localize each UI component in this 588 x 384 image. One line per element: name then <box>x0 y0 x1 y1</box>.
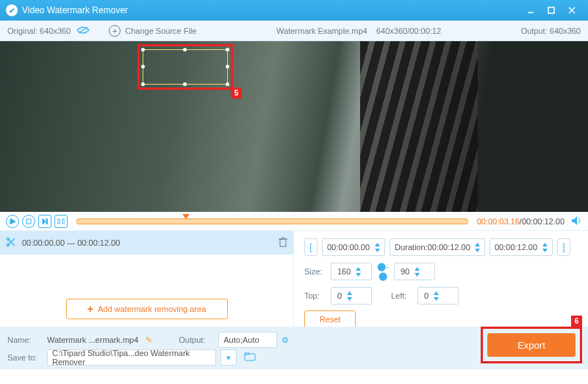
set-start-button[interactable]: [ <box>304 238 318 256</box>
svg-marker-29 <box>434 291 439 295</box>
name-value: Watermark ...ermark.mp4 <box>47 335 138 344</box>
svg-marker-7 <box>43 218 46 224</box>
resize-handle[interactable] <box>183 82 187 86</box>
height-input[interactable]: 90 <box>394 263 435 280</box>
edit-name-icon[interactable]: ✎ <box>146 335 152 345</box>
link-aspect-icon[interactable]: ⬤-⬤ <box>376 262 390 281</box>
start-time-input[interactable]: 00:00:00.00 <box>322 238 385 256</box>
video-preview[interactable]: 5 <box>0 41 588 212</box>
add-watermark-area-button[interactable]: + Add watermark removing area <box>66 299 228 319</box>
resize-handle[interactable] <box>141 65 145 68</box>
original-label: Original: 640x360 <box>7 26 71 35</box>
spinner[interactable] <box>354 266 362 277</box>
svg-marker-21 <box>542 243 548 246</box>
spinner[interactable] <box>412 266 421 277</box>
callout-badge-6: 6 <box>571 316 582 327</box>
size-label: Size: <box>304 267 326 276</box>
segment-row[interactable]: 00:00:00.00 — 00:00:12.00 <box>0 231 293 255</box>
resize-handle[interactable] <box>226 48 229 51</box>
change-source-button[interactable]: + Change Source File <box>109 25 196 37</box>
resize-handle[interactable] <box>141 82 145 86</box>
timeline-track[interactable] <box>76 218 468 224</box>
left-input[interactable]: 0 <box>417 287 459 305</box>
top-label: Top: <box>304 291 326 300</box>
svg-rect-9 <box>57 219 60 224</box>
svg-rect-10 <box>62 219 65 224</box>
next-frame-button[interactable] <box>38 215 51 228</box>
watermark-selection-box[interactable] <box>143 49 228 85</box>
playhead-icon[interactable] <box>182 214 190 219</box>
svg-marker-24 <box>356 273 361 277</box>
width-input[interactable]: 160 <box>331 263 372 280</box>
resize-handle[interactable] <box>226 65 229 68</box>
spinner[interactable] <box>473 241 481 253</box>
svg-marker-22 <box>542 249 548 252</box>
svg-marker-30 <box>434 297 439 301</box>
set-end-button[interactable]: ] <box>557 238 570 256</box>
top-input[interactable]: 0 <box>331 287 372 305</box>
segments-panel: 00:00:00.00 — 00:00:12.00 + Add watermar… <box>0 231 294 327</box>
spinner[interactable] <box>540 241 549 253</box>
svg-marker-28 <box>347 297 352 301</box>
svg-rect-6 <box>26 219 31 224</box>
mid-panel: 00:00:00.00 — 00:00:12.00 + Add watermar… <box>0 231 588 327</box>
svg-rect-8 <box>46 218 48 224</box>
selection-highlight: 5 <box>137 44 233 90</box>
plus-icon: + <box>109 25 121 37</box>
change-source-label: Change Source File <box>125 26 196 35</box>
output-format-select[interactable]: Auto;Auto <box>218 332 277 348</box>
segment-range: 00:00:00.00 — 00:00:12.00 <box>22 238 279 247</box>
settings-icon[interactable]: ⚙ <box>282 335 289 345</box>
output-label: Output: 640x360 <box>521 26 581 35</box>
close-button[interactable] <box>562 3 582 18</box>
app-title: Video Watermark Remover <box>22 5 520 15</box>
play-button[interactable] <box>6 215 19 228</box>
minimize-button[interactable] <box>520 3 541 18</box>
delete-segment-icon[interactable] <box>279 237 287 249</box>
left-label: Left: <box>391 291 413 300</box>
maximize-button[interactable] <box>541 3 562 18</box>
duration-input[interactable]: Duration:00:00:12.00 <box>390 238 485 256</box>
time-display: 00:00:03.16/00:00:12.00 <box>477 217 564 226</box>
volume-icon[interactable] <box>572 216 582 227</box>
preview-toggle-icon[interactable] <box>76 26 90 36</box>
file-info: Watermark Example.mp4 640x360/00:00:12 <box>196 26 520 35</box>
output-format-label: Output: <box>179 335 214 344</box>
resize-handle[interactable] <box>183 48 187 51</box>
svg-marker-27 <box>347 291 352 295</box>
spinner[interactable] <box>373 241 381 253</box>
spinner[interactable] <box>431 290 440 302</box>
reset-button[interactable]: Reset <box>304 310 356 328</box>
svg-marker-25 <box>415 267 420 271</box>
svg-marker-23 <box>356 267 361 271</box>
svg-marker-18 <box>375 249 380 252</box>
callout-badge-5: 5 <box>231 88 242 99</box>
bottom-bar: Name: Watermark ...ermark.mp4 ✎ Output: … <box>0 327 588 369</box>
save-path-input[interactable]: C:\Tipard Studio\Tipa...deo Watermark Re… <box>47 349 216 366</box>
app-logo-icon: ✔ <box>6 4 18 16</box>
svg-marker-20 <box>475 249 480 252</box>
add-watermark-label: Add watermark removing area <box>98 305 206 313</box>
plus-icon: + <box>87 303 93 315</box>
end-time-input[interactable]: 00:00:12.00 <box>490 238 553 256</box>
export-button[interactable]: Export <box>487 333 576 357</box>
open-folder-icon[interactable] <box>244 352 256 363</box>
controls-panel: [ 00:00:00.00 Duration:00:00:12.00 00:00… <box>294 231 588 327</box>
export-highlight: 6 Export <box>481 327 582 363</box>
spinner[interactable] <box>345 290 354 302</box>
resize-handle[interactable] <box>226 82 229 86</box>
stop-button[interactable] <box>22 215 35 228</box>
cut-icon <box>6 237 16 249</box>
path-dropdown-button[interactable]: ▾ <box>220 349 237 366</box>
save-to-label: Save to: <box>7 353 43 362</box>
resize-handle[interactable] <box>141 48 145 51</box>
toolbar: Original: 640x360 + Change Source File W… <box>0 21 588 41</box>
svg-rect-1 <box>548 7 554 13</box>
svg-marker-5 <box>10 218 15 224</box>
svg-marker-11 <box>572 216 577 225</box>
video-frame <box>0 41 588 212</box>
svg-rect-14 <box>280 239 286 246</box>
svg-marker-19 <box>475 243 480 246</box>
snapshot-button[interactable] <box>54 215 68 228</box>
titlebar: ✔ Video Watermark Remover <box>0 0 588 21</box>
